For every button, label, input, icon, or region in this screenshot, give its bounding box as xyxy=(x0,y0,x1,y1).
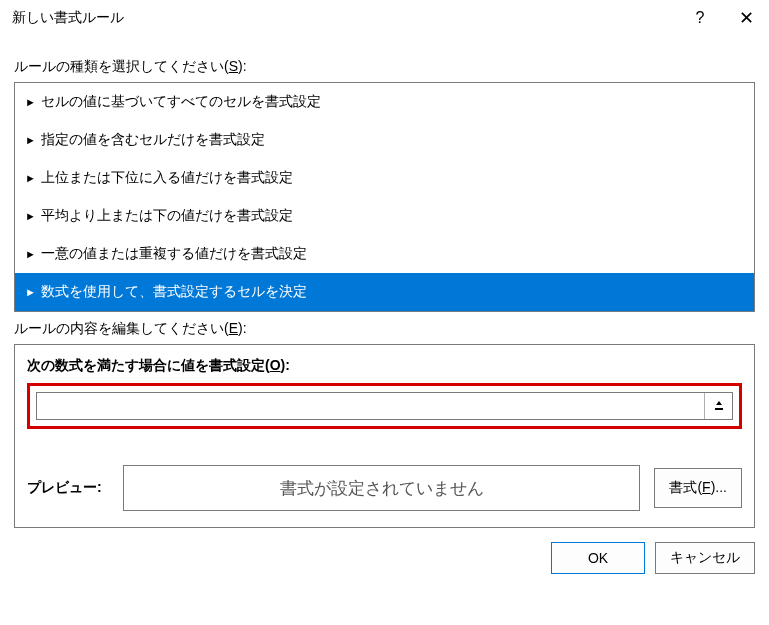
formula-label: 次の数式を満たす場合に値を書式設定(O): xyxy=(27,357,742,375)
rule-type-item-label: 平均より上または下の値だけを書式設定 xyxy=(41,207,293,225)
dialog-title: 新しい書式ルール xyxy=(12,9,677,27)
bullet-icon: ► xyxy=(25,248,41,260)
svg-rect-0 xyxy=(715,408,723,410)
rule-edit-box: 次の数式を満たす場合に値を書式設定(O): プレビュー: 書式が設定されていませ… xyxy=(14,344,755,528)
formula-row xyxy=(36,392,733,420)
dialog-button-row: OK キャンセル xyxy=(0,528,769,588)
preview-box: 書式が設定されていません xyxy=(123,465,640,511)
rule-type-item-label: 一意の値または重複する値だけを書式設定 xyxy=(41,245,307,263)
preview-label: プレビュー: xyxy=(27,479,109,497)
rule-type-item-selected[interactable]: ► 数式を使用して、書式設定するセルを決定 xyxy=(15,273,754,311)
help-button[interactable]: ? xyxy=(677,0,723,36)
rule-type-list: ► セルの値に基づいてすべてのセルを書式設定 ► 指定の値を含むセルだけを書式設… xyxy=(14,82,755,312)
rule-type-item[interactable]: ► セルの値に基づいてすべてのセルを書式設定 xyxy=(15,83,754,121)
rule-type-item[interactable]: ► 平均より上または下の値だけを書式設定 xyxy=(15,197,754,235)
rule-type-item[interactable]: ► 上位または下位に入る値だけを書式設定 xyxy=(15,159,754,197)
bullet-icon: ► xyxy=(25,134,41,146)
formula-input[interactable] xyxy=(37,393,704,419)
titlebar: 新しい書式ルール ? ✕ xyxy=(0,0,769,36)
rule-type-item[interactable]: ► 一意の値または重複する値だけを書式設定 xyxy=(15,235,754,273)
range-selector-button[interactable] xyxy=(704,393,732,419)
bullet-icon: ► xyxy=(25,210,41,222)
preview-row: プレビュー: 書式が設定されていません 書式(F)... xyxy=(27,465,742,511)
format-button[interactable]: 書式(F)... xyxy=(654,468,742,508)
rule-type-item-label: セルの値に基づいてすべてのセルを書式設定 xyxy=(41,93,321,111)
rule-type-item-label: 上位または下位に入る値だけを書式設定 xyxy=(41,169,293,187)
formula-highlight xyxy=(27,383,742,429)
bullet-icon: ► xyxy=(25,286,41,298)
collapse-dialog-icon xyxy=(712,399,726,413)
rule-type-item-label: 数式を使用して、書式設定するセルを決定 xyxy=(41,283,307,301)
bullet-icon: ► xyxy=(25,96,41,108)
close-button[interactable]: ✕ xyxy=(723,0,769,36)
rule-type-label: ルールの種類を選択してください(S): xyxy=(14,58,755,76)
bullet-icon: ► xyxy=(25,172,41,184)
rule-type-item[interactable]: ► 指定の値を含むセルだけを書式設定 xyxy=(15,121,754,159)
rule-edit-label: ルールの内容を編集してください(E): xyxy=(14,320,755,338)
cancel-button[interactable]: キャンセル xyxy=(655,542,755,574)
dialog-content: ルールの種類を選択してください(S): ► セルの値に基づいてすべてのセルを書式… xyxy=(0,36,769,528)
rule-type-item-label: 指定の値を含むセルだけを書式設定 xyxy=(41,131,265,149)
ok-button[interactable]: OK xyxy=(551,542,645,574)
